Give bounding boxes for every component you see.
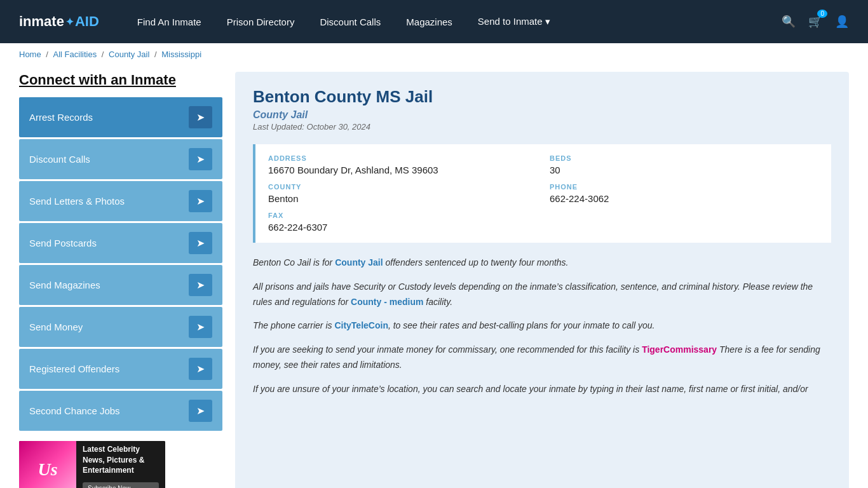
beds-cell: BEDS 30	[550, 154, 818, 175]
fax-value: 662-224-6307	[268, 222, 818, 233]
sidebar-arrow-icon: ➤	[189, 106, 212, 128]
sidebar-arrow-icon: ➤	[189, 148, 212, 170]
sidebar-item-label: Send Postcards	[29, 238, 97, 248]
breadcrumb-mississippi[interactable]: Mississippi	[161, 50, 201, 59]
sidebar-item-label: Second Chance Jobs	[29, 405, 120, 416]
desc-paragraph-1: Benton Co Jail is for County Jail offend…	[253, 255, 831, 271]
sidebar-arrow-icon: ➤	[189, 232, 212, 254]
county-jail-link[interactable]: County Jail	[335, 257, 383, 268]
ad-banner[interactable]: Us Latest Celebrity News, Pictures & Ent…	[19, 441, 165, 488]
county-value: Benton	[268, 193, 537, 204]
fax-cell: FAX 662-224-6307	[268, 212, 818, 233]
sidebar-item-label: Send Letters & Photos	[29, 196, 125, 207]
address-label: ADDRESS	[268, 154, 537, 162]
nav-find-inmate[interactable]: Find An Inmate	[137, 17, 201, 27]
sidebar-item-second-chance-jobs[interactable]: Second Chance Jobs ➤	[19, 391, 222, 431]
main-nav: Find An Inmate Prison Directory Discount…	[137, 16, 782, 27]
sidebar-item-label: Send Money	[29, 322, 83, 332]
desc-p1-after: offenders sentenced up to twenty four mo…	[383, 257, 569, 268]
beds-value: 30	[550, 165, 818, 175]
ad-text: Latest Celebrity News, Pictures & Entert…	[76, 441, 165, 488]
phone-value: 662-224-3062	[550, 193, 818, 204]
logo[interactable]: inmate ✦ AID	[19, 13, 99, 30]
tiger-commissary-link[interactable]: TigerCommissary	[642, 344, 717, 355]
desc-paragraph-5: If you are unsure of your inmate’s locat…	[253, 382, 831, 397]
sidebar-arrow-icon: ➤	[189, 358, 212, 380]
sidebar-item-send-money[interactable]: Send Money ➤	[19, 307, 222, 347]
breadcrumb-sep-3: /	[154, 50, 159, 59]
desc-p3-after: , to see their rates and best-calling pl…	[388, 320, 654, 330]
sidebar-item-send-magazines[interactable]: Send Magazines ➤	[19, 265, 222, 305]
logo-icon: ✦	[65, 16, 74, 28]
cart-badge: 0	[817, 10, 827, 18]
sidebar-arrow-icon: ➤	[189, 400, 212, 422]
facility-title: Benton County MS Jail	[253, 87, 831, 107]
phone-label: PHONE	[550, 183, 818, 191]
desc-p2-after: facility.	[423, 297, 452, 307]
desc-paragraph-3: The phone carrier is CityTeleCoin, to se…	[253, 318, 831, 334]
main-header: inmate ✦ AID Find An Inmate Prison Direc…	[0, 0, 868, 43]
logo-part1: inmate	[19, 13, 64, 30]
facility-info-grid: ADDRESS 16670 Boundary Dr, Ashland, MS 3…	[253, 144, 831, 243]
county-medium-link[interactable]: County - medium	[351, 297, 423, 307]
desc-paragraph-4: If you are seeking to send your inmate m…	[253, 342, 831, 373]
sidebar-arrow-icon: ➤	[189, 274, 212, 296]
sidebar-arrow-icon: ➤	[189, 190, 212, 212]
nav-prison-directory[interactable]: Prison Directory	[227, 17, 295, 27]
sidebar-item-discount-calls[interactable]: Discount Calls ➤	[19, 139, 222, 179]
logo-part2: AID	[75, 13, 99, 30]
address-cell: ADDRESS 16670 Boundary Dr, Ashland, MS 3…	[268, 154, 537, 175]
breadcrumb: Home / All Facilities / County Jail / Mi…	[0, 43, 868, 65]
user-icon[interactable]: 👤	[835, 15, 849, 29]
breadcrumb-sep-1: /	[46, 50, 50, 59]
beds-label: BEDS	[550, 154, 818, 162]
sidebar-item-label: Send Magazines	[29, 280, 100, 290]
search-icon[interactable]: 🔍	[782, 15, 796, 29]
desc-paragraph-2: All prisons and jails have Security or C…	[253, 280, 831, 310]
sidebar-item-registered-offenders[interactable]: Registered Offenders ➤	[19, 349, 222, 389]
facility-type: County Jail	[253, 109, 831, 121]
citytelecoin-link[interactable]: CityTeleCoin	[334, 320, 388, 330]
facility-updated: Last Updated: October 30, 2024	[253, 122, 831, 132]
sidebar-item-label: Discount Calls	[29, 154, 90, 165]
ad-logo: Us	[19, 441, 76, 488]
cart-icon[interactable]: 🛒 0	[808, 15, 822, 29]
sidebar-item-label: Arrest Records	[29, 112, 93, 123]
sidebar-menu: Arrest Records ➤ Discount Calls ➤ Send L…	[19, 97, 222, 431]
sidebar-item-send-postcards[interactable]: Send Postcards ➤	[19, 223, 222, 263]
facility-content: Benton County MS Jail County Jail Last U…	[235, 72, 849, 488]
address-value: 16670 Boundary Dr, Ashland, MS 39603	[268, 165, 537, 175]
sidebar-item-send-letters[interactable]: Send Letters & Photos ➤	[19, 181, 222, 221]
breadcrumb-all-facilities[interactable]: All Facilities	[53, 50, 97, 59]
fax-label: FAX	[268, 212, 818, 219]
breadcrumb-county-jail[interactable]: County Jail	[109, 50, 149, 59]
desc-p2-before: All prisons and jails have Security or C…	[253, 281, 813, 307]
sidebar-item-arrest-records[interactable]: Arrest Records ➤	[19, 97, 222, 137]
sidebar-title: Connect with an Inmate	[19, 72, 222, 88]
breadcrumb-sep-2: /	[102, 50, 106, 59]
county-cell: COUNTY Benton	[268, 183, 537, 204]
ad-title: Latest Celebrity News, Pictures & Entert…	[83, 444, 159, 476]
sidebar: Connect with an Inmate Arrest Records ➤ …	[19, 72, 222, 488]
desc-p1-before: Benton Co Jail is for	[253, 257, 335, 268]
desc-p5-text: If you are unsure of your inmate’s locat…	[253, 384, 808, 394]
ad-subscribe-button[interactable]: Subscribe Now	[83, 482, 159, 488]
county-label: COUNTY	[268, 183, 537, 191]
sidebar-item-label: Registered Offenders	[29, 363, 119, 374]
nav-discount-calls[interactable]: Discount Calls	[320, 17, 381, 27]
breadcrumb-home[interactable]: Home	[19, 50, 41, 59]
nav-magazines[interactable]: Magazines	[406, 17, 452, 27]
desc-p4-before: If you are seeking to send your inmate m…	[253, 344, 642, 355]
main-layout: Connect with an Inmate Arrest Records ➤ …	[0, 65, 868, 488]
desc-p3-before: The phone carrier is	[253, 320, 334, 330]
facility-description: Benton Co Jail is for County Jail offend…	[253, 255, 831, 397]
phone-cell: PHONE 662-224-3062	[550, 183, 818, 204]
header-icons: 🔍 🛒 0 👤	[782, 15, 849, 29]
nav-send-to-inmate[interactable]: Send to Inmate ▾	[478, 16, 550, 27]
sidebar-arrow-icon: ➤	[189, 316, 212, 338]
